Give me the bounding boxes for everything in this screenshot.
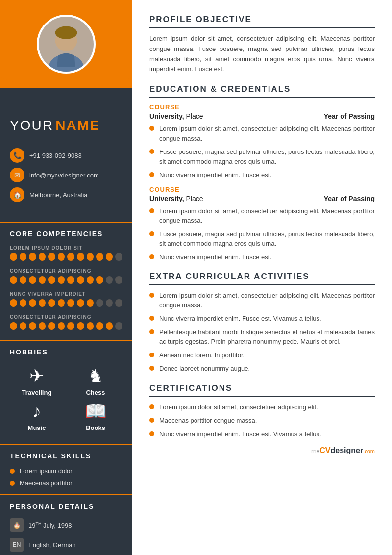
skill-item: Lorem ipsum dolor bbox=[0, 465, 132, 477]
list-item: Fusce posuere, magna sed pulvinar ultric… bbox=[149, 147, 375, 166]
bullet-dot bbox=[149, 126, 154, 131]
skill-bullet bbox=[10, 481, 15, 486]
dot-empty bbox=[115, 299, 122, 307]
dots-row bbox=[10, 253, 122, 261]
skill-item: Maecenas porttitor bbox=[0, 477, 132, 489]
dot-filled bbox=[96, 322, 103, 330]
main-content: PROFILE OBJECTIVE Lorem ipsum dolor sit … bbox=[132, 0, 392, 555]
edu-year: Year of Passing bbox=[324, 195, 375, 202]
dot-empty bbox=[115, 322, 122, 330]
edu-bullets: Lorem ipsum dolor sit amet, consectetuer… bbox=[149, 124, 375, 180]
dot-filled bbox=[29, 299, 36, 307]
dot-filled bbox=[77, 299, 84, 307]
contact-phone: 📞 +91 933-092-9083 bbox=[10, 148, 122, 163]
competency-item: CONSECTETUER ADIPISCING bbox=[0, 266, 132, 289]
dot-filled bbox=[20, 322, 27, 330]
list-item: Lorem ipsum dolor sit amet, consectetuer… bbox=[149, 403, 375, 412]
dot-filled bbox=[48, 276, 55, 284]
hobbies-grid: ✈Travelling♞Chess♪Music📖Books bbox=[0, 361, 132, 439]
hobby-item: ♪Music bbox=[10, 401, 64, 431]
bullet-dot bbox=[149, 329, 154, 334]
edu-row: University, PlaceYear of Passing bbox=[149, 195, 375, 202]
name-name: NAME bbox=[55, 118, 99, 133]
sidebar: YOUR NAME 📞 +91 933-092-9083 ✉ info@mycv… bbox=[0, 0, 132, 555]
avatar bbox=[37, 15, 96, 74]
dot-filled bbox=[20, 276, 27, 284]
watermark-cv: CV bbox=[319, 446, 330, 454]
hobby-label: Chess bbox=[86, 389, 105, 396]
dot-filled bbox=[106, 253, 113, 261]
technical-skills-title: TECHNICAL SKILLS bbox=[0, 444, 132, 465]
dot-filled bbox=[48, 322, 55, 330]
dot-filled bbox=[96, 253, 103, 261]
dot-empty bbox=[106, 276, 113, 284]
hobby-item: 📖Books bbox=[69, 401, 122, 431]
list-item: Nunc viverra imperdiet enim. Fusce est. bbox=[149, 252, 375, 262]
edu-year: Year of Passing bbox=[324, 112, 375, 120]
skill-text: Maecenas porttitor bbox=[20, 479, 73, 487]
hobbies-title: HOBBIES bbox=[0, 340, 132, 361]
bullet-dot bbox=[149, 431, 154, 436]
dot-filled bbox=[67, 253, 74, 261]
education-heading: EDUCATION & CREDENTIALS bbox=[149, 84, 375, 98]
hobby-label: Books bbox=[86, 424, 105, 431]
email-icon: ✉ bbox=[10, 168, 24, 182]
personal-details-list: 🎂19TH July, 1998ENEnglish, German bbox=[0, 515, 132, 555]
profile-text: Lorem ipsum dolor sit amet, consectetuer… bbox=[149, 34, 375, 75]
hobby-item: ✈Travelling bbox=[10, 366, 64, 396]
dot-filled bbox=[48, 253, 55, 261]
core-competencies-title: CORE COMPETENCIES bbox=[0, 222, 132, 243]
education-block: COURSEUniversity, PlaceYear of PassingLo… bbox=[149, 103, 375, 262]
extra-curricular-list: Lorem ipsum dolor sit amet, consectetuer… bbox=[149, 291, 375, 374]
list-item: Nunc viverra imperdiet enim. Fusce est. bbox=[149, 170, 375, 180]
dot-empty bbox=[115, 276, 122, 284]
list-item: Donec laoreet nonummy augue. bbox=[149, 364, 375, 374]
bullet-dot bbox=[149, 254, 154, 259]
dot-filled bbox=[20, 299, 27, 307]
skill-text: Lorem ipsum dolor bbox=[20, 467, 73, 475]
competency-item: CONSECTETUER ADIPISCING bbox=[0, 312, 132, 335]
dot-empty bbox=[106, 299, 113, 307]
name-block: YOUR NAME bbox=[0, 88, 132, 143]
dot-filled bbox=[77, 253, 84, 261]
dot-filled bbox=[10, 299, 17, 307]
list-item: Nunc viverra imperdiet enim. Fusce est. … bbox=[149, 314, 375, 324]
competencies-block: LOREM IPSUM DOLOR SITCONSECTETUER ADIPIS… bbox=[0, 243, 132, 335]
personal-icon: EN bbox=[10, 538, 24, 552]
dot-filled bbox=[87, 253, 94, 261]
contact-block: 📞 +91 933-092-9083 ✉ info@mycvdesigner.c… bbox=[0, 143, 132, 217]
personal-detail-item: 🎂19TH July, 1998 bbox=[0, 515, 132, 535]
competency-label: CONSECTETUER ADIPISCING bbox=[10, 268, 122, 274]
svg-point-3 bbox=[55, 26, 77, 39]
hobby-item: ♞Chess bbox=[69, 366, 122, 396]
contact-email: ✉ info@mycvdesigner.com bbox=[10, 168, 122, 182]
competency-label: CONSECTETUER ADIPISCING bbox=[10, 314, 122, 320]
dots-row bbox=[10, 322, 122, 330]
dot-filled bbox=[67, 322, 74, 330]
edu-row: University, PlaceYear of Passing bbox=[149, 112, 375, 120]
edu-institution: University, Place bbox=[149, 195, 203, 202]
dots-row bbox=[10, 276, 122, 284]
dots-row bbox=[10, 299, 122, 307]
dot-filled bbox=[10, 276, 17, 284]
dot-filled bbox=[39, 299, 46, 307]
dot-filled bbox=[87, 322, 94, 330]
extra-curricular-heading: EXTRA CURRICULAR ACTIVITIES bbox=[149, 272, 375, 285]
hobby-label: Travelling bbox=[22, 389, 52, 396]
dot-filled bbox=[20, 253, 27, 261]
bullet-dot bbox=[149, 316, 154, 321]
competency-item: NUNC VIVERRA IMPERDIET bbox=[0, 289, 132, 312]
bullet-dot bbox=[149, 353, 154, 357]
personal-details-title: PERSONAL DETAILS bbox=[0, 494, 132, 515]
hobby-label: Music bbox=[28, 424, 46, 431]
dot-filled bbox=[58, 299, 65, 307]
dot-filled bbox=[39, 253, 46, 261]
watermark-my: my bbox=[311, 447, 319, 454]
list-item: Lorem ipsum dolor sit amet, consectetuer… bbox=[149, 206, 375, 226]
list-item: Lorem ipsum dolor sit amet, consectetuer… bbox=[149, 124, 375, 143]
hobby-icon: 📖 bbox=[85, 401, 107, 422]
dot-filled bbox=[67, 276, 74, 284]
watermark: myCVdesigner.com bbox=[149, 446, 375, 455]
technical-skills-list: Lorem ipsum dolorMaecenas porttitor bbox=[0, 465, 132, 489]
personal-detail-item: ENEnglish, German bbox=[0, 535, 132, 555]
